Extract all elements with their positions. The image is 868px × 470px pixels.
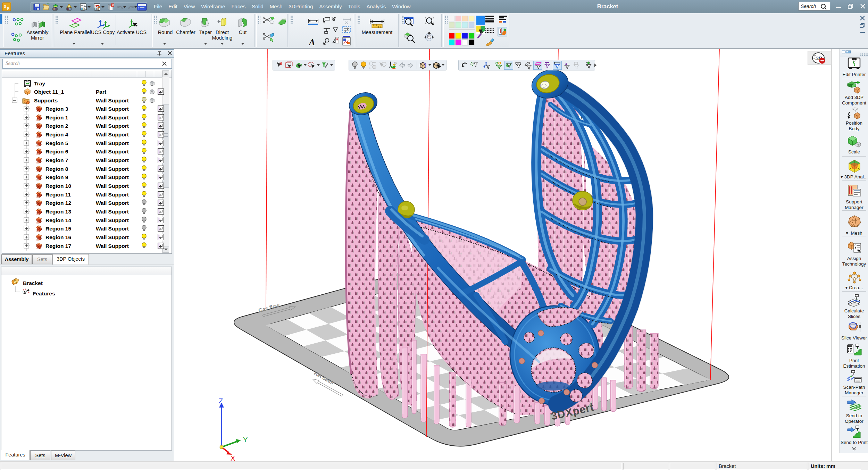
svg-text:Object 11_1: Object 11_1 <box>34 89 64 95</box>
svg-text:Wall Support: Wall Support <box>96 132 129 137</box>
svg-text:Wall Support: Wall Support <box>96 166 129 172</box>
svg-text:Region 12: Region 12 <box>45 200 71 206</box>
svg-text:Part: Part <box>96 89 106 95</box>
svg-text:Wall Support: Wall Support <box>96 200 129 206</box>
svg-text:Region 15: Region 15 <box>45 226 71 232</box>
svg-text:Wall Support: Wall Support <box>96 157 129 163</box>
svg-text:Region 10: Region 10 <box>45 183 71 189</box>
svg-text:Region 8: Region 8 <box>45 166 68 172</box>
svg-text:Wall Support: Wall Support <box>96 217 129 223</box>
svg-text:Z: Z <box>219 397 223 405</box>
svg-text:A: A <box>556 65 558 69</box>
svg-text:p: p <box>7 6 9 10</box>
svg-text:Region 5: Region 5 <box>45 140 68 146</box>
svg-text:HH: HH <box>95 8 98 10</box>
svg-text:X: X <box>3 4 7 9</box>
svg-text:Region 3: Region 3 <box>45 106 68 112</box>
svg-text:Wall Support: Wall Support <box>96 123 129 129</box>
svg-text:Supports: Supports <box>34 98 58 103</box>
svg-text:Wall Support: Wall Support <box>96 192 129 198</box>
svg-text:Wall Support: Wall Support <box>96 98 129 103</box>
svg-text:X: X <box>231 454 235 461</box>
svg-text:Region 11: Region 11 <box>45 192 71 198</box>
svg-text:Wall Support: Wall Support <box>96 226 129 232</box>
svg-text:Region 17: Region 17 <box>45 243 71 249</box>
svg-text:Wall Support: Wall Support <box>96 115 129 120</box>
svg-text:HH: HH <box>81 8 84 10</box>
svg-text:Region 7: Region 7 <box>45 157 68 163</box>
svg-text:Tray: Tray <box>34 81 45 86</box>
svg-text:HH: HH <box>53 8 57 10</box>
svg-text:Wall Support: Wall Support <box>96 174 129 180</box>
svg-text:Region 13: Region 13 <box>45 209 71 215</box>
svg-text:Wall Support: Wall Support <box>96 234 129 240</box>
svg-text:Region 1: Region 1 <box>45 115 68 120</box>
svg-text:Wall Support: Wall Support <box>96 243 129 249</box>
svg-text:Y: Y <box>243 436 248 444</box>
svg-text:Region 4: Region 4 <box>45 132 68 137</box>
svg-text:Wall Support: Wall Support <box>96 183 129 189</box>
svg-text:HH: HH <box>67 8 71 10</box>
svg-text:Wall Support: Wall Support <box>96 209 129 215</box>
svg-text:A: A <box>308 37 315 47</box>
svg-text:Region 16: Region 16 <box>45 234 71 240</box>
svg-text:Region 2: Region 2 <box>45 123 68 129</box>
svg-text:Wall Support: Wall Support <box>96 106 129 112</box>
svg-text:Wall Support: Wall Support <box>96 149 129 154</box>
svg-text:Wall Support: Wall Support <box>96 140 129 146</box>
svg-text:Features: Features <box>33 291 55 296</box>
svg-text:Region 6: Region 6 <box>45 149 68 154</box>
svg-text:Region 9: Region 9 <box>45 174 68 180</box>
svg-text:Region 14: Region 14 <box>45 217 71 223</box>
svg-text:Bracket: Bracket <box>23 280 43 286</box>
